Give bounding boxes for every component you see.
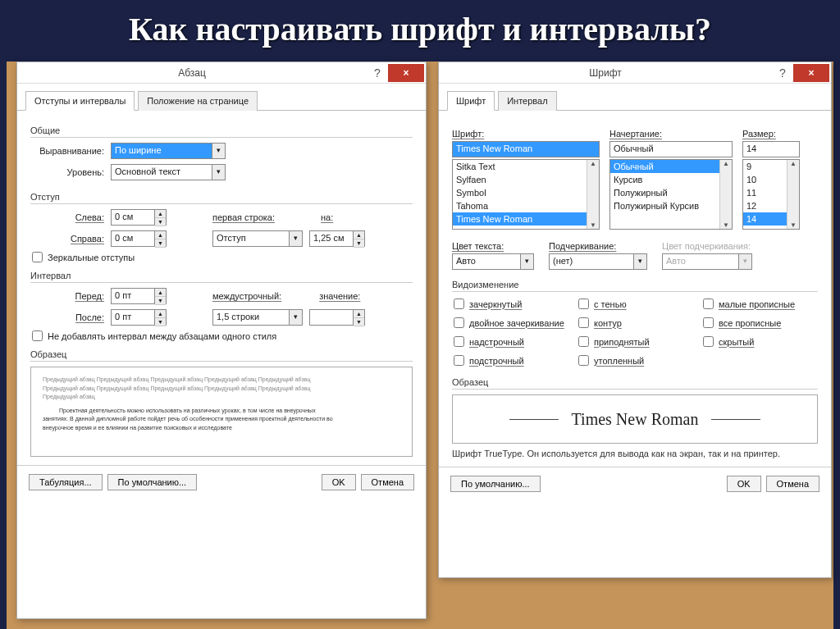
value-label: значение:	[319, 291, 360, 301]
slide-canvas: Абзац ? × Отступы и интервалы Положение …	[7, 62, 833, 629]
underline-label: Подчеркивание:	[549, 241, 647, 251]
ok-button[interactable]: OK	[727, 476, 761, 492]
cancel-button[interactable]: Отмена	[766, 476, 819, 492]
chevron-down-icon: ▾	[212, 144, 225, 158]
mod-checkbox[interactable]: двойное зачеркивание	[454, 317, 567, 328]
button-row: По умолчанию... OK Отмена	[439, 467, 831, 500]
tab-indents[interactable]: Отступы и интервалы	[25, 91, 135, 111]
style-input[interactable]: Обычный	[609, 141, 733, 157]
default-button[interactable]: По умолчанию...	[107, 474, 198, 490]
cancel-button[interactable]: Отмена	[361, 474, 414, 490]
scrollbar[interactable]	[787, 160, 799, 229]
chevron-down-icon: ▾	[289, 310, 302, 325]
chevron-down-icon: ▾	[520, 254, 533, 269]
size-label: Размер:	[742, 129, 800, 139]
chevron-down-icon: ▾	[633, 254, 646, 269]
dialog-title: Абзац	[17, 67, 367, 79]
on-label: на:	[321, 212, 333, 222]
before-label: Перед:	[30, 291, 104, 301]
mod-checkbox[interactable]: малые прописные	[703, 299, 816, 309]
tabs: Шрифт Интервал	[439, 84, 831, 111]
before-spin[interactable]: 0 пт ▲▼	[111, 288, 167, 304]
nospace-checkbox[interactable]: Не добавлять интервал между абзацами одн…	[32, 330, 411, 341]
right-label: Справа:	[30, 234, 104, 244]
font-input[interactable]: Times New Roman	[452, 141, 600, 157]
tab-position[interactable]: Положение на странице	[138, 91, 258, 111]
slide-title: Как настраивать шрифт и интервалы?	[0, 0, 840, 62]
help-icon[interactable]: ?	[772, 66, 793, 80]
chevron-down-icon: ▾	[289, 231, 302, 246]
chevron-down-icon: ▾	[212, 165, 225, 180]
scrollbar[interactable]	[587, 160, 599, 229]
value-spin[interactable]: ▲▼	[309, 309, 365, 326]
on-spin[interactable]: 1,25 см ▲▼	[309, 230, 365, 247]
mod-checkbox[interactable]: приподнятый	[578, 336, 692, 347]
line-combo[interactable]: 1,5 строки ▾	[212, 309, 303, 326]
level-combo[interactable]: Основной текст ▾	[111, 164, 226, 180]
align-label: Выравнивание:	[30, 146, 104, 156]
color-label: Цвет текста:	[452, 241, 534, 251]
help-icon[interactable]: ?	[367, 66, 388, 80]
line-label: междустрочный:	[212, 291, 281, 301]
align-combo[interactable]: По ширине ▾	[111, 143, 226, 159]
close-icon[interactable]: ×	[388, 64, 424, 82]
group-indent: Отступ	[30, 192, 413, 204]
tab-font[interactable]: Шрифт	[447, 91, 495, 111]
mod-checkbox[interactable]: подстрочный	[454, 355, 567, 366]
tab-interval[interactable]: Интервал	[498, 91, 556, 111]
footnote: Шрифт TrueType. Он используется для выво…	[452, 449, 818, 458]
chevron-down-icon: ▾	[738, 254, 751, 269]
tabs-button[interactable]: Табуляция...	[29, 474, 103, 490]
group-modifications: Видоизменение	[452, 280, 818, 292]
firstline-combo[interactable]: Отступ ▾	[212, 230, 303, 247]
group-general: Общие	[30, 125, 413, 138]
font-list[interactable]: Sitka Text Sylfaen Symbol Tahoma Times N…	[452, 159, 600, 230]
font-dialog: Шрифт ? × Шрифт Интервал Шрифт: Times Ne…	[438, 62, 832, 578]
preview: Предыдущий абзац Предыдущий абзац Предыд…	[30, 367, 413, 457]
default-button[interactable]: По умолчанию...	[450, 476, 541, 492]
color-combo[interactable]: Авто ▾	[452, 253, 534, 270]
titlebar: Абзац ? ×	[17, 62, 426, 84]
titlebar: Шрифт ? ×	[439, 62, 831, 84]
mirror-checkbox[interactable]: Зеркальные отступы	[32, 252, 411, 262]
font-label: Шрифт:	[452, 129, 600, 139]
mod-checkbox[interactable]: с тенью	[578, 299, 692, 309]
group-sample: Образец	[30, 349, 413, 362]
group-sample: Образец	[452, 377, 818, 390]
content: Общие Выравнивание: По ширине ▾ Уровень:…	[17, 117, 426, 465]
after-label: После:	[30, 312, 104, 322]
mod-checkbox[interactable]: надстрочный	[454, 336, 567, 347]
firstline-label: первая строка:	[212, 212, 275, 222]
tabs: Отступы и интервалы Положение на страниц…	[17, 84, 426, 111]
ucolor-label: Цвет подчеркивания:	[662, 241, 752, 251]
dialog-title: Шрифт	[439, 67, 772, 79]
paragraph-dialog: Абзац ? × Отступы и интервалы Положение …	[16, 62, 427, 619]
size-input[interactable]: 14	[742, 141, 800, 157]
mod-checkbox[interactable]: скрытый	[703, 336, 816, 347]
size-list[interactable]: 9 10 11 12 14	[742, 159, 800, 230]
sample-preview: Times New Roman	[452, 394, 818, 444]
right-spin[interactable]: 0 см ▲▼	[111, 230, 167, 247]
mod-checkbox[interactable]: зачеркнутый	[454, 299, 567, 309]
mods-grid: зачеркнутый с тенью малые прописные двой…	[452, 295, 818, 369]
style-list[interactable]: Обычный Курсив Полужирный Полужирный Кур…	[609, 159, 733, 230]
left-label: Слева:	[30, 212, 104, 222]
close-icon[interactable]: ×	[793, 64, 829, 82]
style-label: Начертание:	[609, 129, 733, 139]
after-spin[interactable]: 0 пт ▲▼	[111, 309, 167, 326]
mod-checkbox[interactable]: все прописные	[703, 317, 816, 328]
level-label: Уровень:	[30, 167, 104, 177]
mod-checkbox[interactable]: контур	[578, 317, 692, 328]
scrollbar[interactable]	[719, 160, 732, 229]
content: Шрифт: Times New Roman Sitka Text Sylfae…	[439, 117, 831, 467]
group-spacing: Интервал	[30, 271, 413, 283]
button-row: Табуляция... По умолчанию... OK Отмена	[17, 465, 426, 499]
left-spin[interactable]: 0 см ▲▼	[111, 209, 167, 226]
underline-combo[interactable]: (нет) ▾	[549, 253, 647, 270]
mod-checkbox[interactable]: утопленный	[578, 355, 692, 366]
ok-button[interactable]: OK	[322, 474, 356, 490]
ucolor-combo: Авто ▾	[662, 253, 752, 270]
